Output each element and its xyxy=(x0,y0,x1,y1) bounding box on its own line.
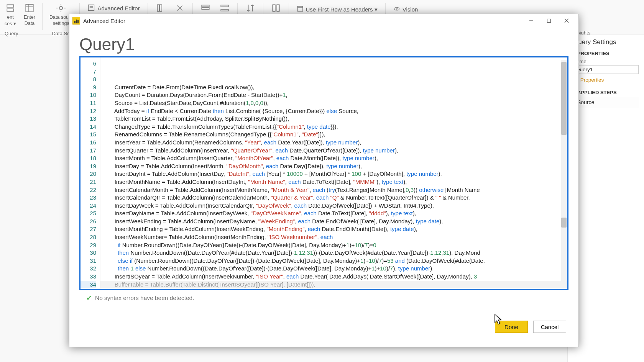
svg-rect-0 xyxy=(7,5,13,7)
svg-rect-9 xyxy=(157,5,159,11)
svg-rect-26 xyxy=(547,19,551,23)
code-editor[interactable]: 6789101112131415161718192021222324252627… xyxy=(79,56,568,290)
code-text-area[interactable]: CurrentDate = Date.From(DateTime.FixedLo… xyxy=(100,57,567,289)
svg-rect-16 xyxy=(221,9,228,11)
cancel-button[interactable]: Cancel xyxy=(533,321,566,333)
ribbon-label: Enter xyxy=(24,15,35,20)
vertical-scrollbar-thumb[interactable] xyxy=(561,62,567,135)
properties-section-header[interactable]: ▿PROPERTIES xyxy=(573,51,639,56)
remove-icon xyxy=(174,2,186,14)
rows-icon xyxy=(200,2,211,14)
check-icon: ✔ xyxy=(86,294,92,302)
applied-steps-header[interactable]: ▿APPLIED STEPS xyxy=(573,90,639,95)
ribbon-label: Advanced Editor xyxy=(97,5,140,11)
enter-data-button[interactable]: Enter Data xyxy=(21,2,38,27)
choose-columns-button[interactable] xyxy=(153,2,169,15)
gear-icon xyxy=(55,2,67,14)
eye-icon xyxy=(393,5,400,13)
svg-point-23 xyxy=(394,7,399,10)
section-label: PROPERTIES xyxy=(577,51,610,56)
svg-point-24 xyxy=(396,8,397,10)
ribbon-label: ces ▾ xyxy=(5,21,16,26)
sort-icon xyxy=(245,2,256,14)
remove-rows-button[interactable] xyxy=(217,2,233,15)
panel-title: Query Settings xyxy=(573,38,639,46)
dialog-titlebar[interactable]: Advanced Editor xyxy=(69,14,578,27)
all-properties-link[interactable]: All Properties xyxy=(573,77,639,83)
svg-rect-15 xyxy=(221,5,228,7)
database-icon xyxy=(5,2,16,14)
ribbon-label: settings xyxy=(53,21,69,26)
maximize-button[interactable] xyxy=(540,14,558,27)
advanced-editor-ribbon-button[interactable]: Advanced Editor xyxy=(84,2,143,15)
rows-icon xyxy=(219,2,230,14)
recent-sources-button[interactable]: ent ces ▾ xyxy=(2,2,18,27)
line-number-gutter: 6789101112131415161718192021222324252627… xyxy=(80,57,100,289)
close-button[interactable] xyxy=(558,14,575,27)
svg-rect-18 xyxy=(277,5,279,11)
split-column-button[interactable] xyxy=(268,2,284,15)
split-icon xyxy=(270,2,282,14)
syntax-status: ✔ No syntax errors have been detected. xyxy=(79,290,568,304)
svg-point-5 xyxy=(59,7,63,10)
name-label: Name xyxy=(573,59,639,64)
advanced-editor-dialog: Advanced Editor Query1 Display Options ▾… xyxy=(69,14,579,347)
svg-rect-10 xyxy=(159,5,161,11)
ribbon-label: Use First Row as Headers ▾ xyxy=(306,6,378,13)
svg-rect-14 xyxy=(202,8,209,9)
ribbon-label: Data xyxy=(25,21,34,26)
sort-button[interactable] xyxy=(242,2,258,15)
remove-columns-button[interactable] xyxy=(172,2,188,15)
ribbon-label: ent xyxy=(7,15,13,20)
query-heading: Query1 xyxy=(79,35,568,54)
svg-rect-13 xyxy=(202,5,209,7)
vertical-scrollbar-thumb[interactable] xyxy=(561,218,567,228)
query-settings-panel: Query Settings ▿PROPERTIES Name All Prop… xyxy=(567,34,644,362)
svg-rect-2 xyxy=(26,4,33,12)
applied-step-source[interactable]: Source xyxy=(573,97,639,108)
editor-icon xyxy=(87,4,95,13)
done-button[interactable]: Done xyxy=(495,321,528,333)
ribbon-label: Vision xyxy=(402,6,418,13)
minimize-button[interactable] xyxy=(522,14,540,27)
status-text: No syntax errors have been detected. xyxy=(95,295,194,301)
columns-icon xyxy=(155,2,166,14)
svg-rect-1 xyxy=(7,9,13,11)
current-line-highlight xyxy=(100,281,567,289)
query-name-input[interactable] xyxy=(573,65,639,74)
svg-rect-17 xyxy=(273,5,275,11)
table-icon xyxy=(24,2,35,14)
section-label: APPLIED STEPS xyxy=(577,90,617,95)
section-label: Query xyxy=(1,29,22,32)
dialog-title: Advanced Editor xyxy=(83,18,125,24)
powerbi-icon xyxy=(72,17,80,25)
header-icon xyxy=(297,5,304,13)
keep-rows-button[interactable] xyxy=(197,2,214,15)
